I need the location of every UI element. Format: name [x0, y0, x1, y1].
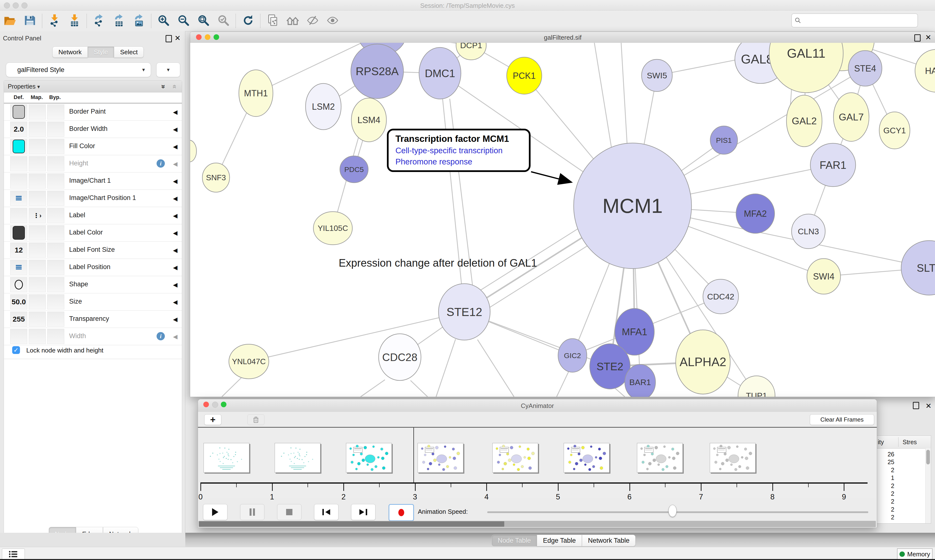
network-node-DMC1[interactable]: DMC1 — [419, 48, 461, 99]
property-byp-cell[interactable] — [47, 139, 64, 154]
expand-property-icon[interactable]: ◀ — [173, 282, 177, 288]
expand-property-icon[interactable]: ◀ — [173, 299, 177, 306]
speed-slider-track[interactable] — [487, 511, 868, 513]
network-node-GAL2[interactable]: GAL2 — [787, 95, 822, 147]
export-image-button[interactable] — [129, 12, 149, 29]
property-map-cell[interactable] — [29, 139, 46, 154]
property-map-cell[interactable] — [29, 260, 46, 275]
expand-property-icon[interactable]: ◀ — [173, 247, 177, 254]
properties-header[interactable]: Properties ▾ » » — [4, 80, 182, 92]
zoom-selected-button[interactable] — [213, 12, 233, 29]
table-cell-value[interactable]: 25 — [877, 458, 894, 466]
property-map-cell[interactable] — [29, 294, 46, 309]
table-tab-network-table[interactable]: Network Table — [582, 535, 636, 546]
tab-style[interactable]: Style — [88, 46, 114, 58]
frame-thumbnail-5[interactable] — [492, 443, 538, 473]
property-def-cell[interactable] — [10, 191, 27, 206]
network-node-STE12[interactable]: STE12 — [438, 284, 490, 340]
network-edge[interactable] — [615, 388, 625, 397]
table-tab-node-table[interactable]: Node Table — [492, 535, 537, 546]
network-node-MCM1[interactable]: MCM1 — [574, 143, 691, 269]
property-def-cell[interactable] — [10, 260, 27, 275]
expand-property-icon[interactable]: ◀ — [173, 212, 177, 219]
network-node-PDC5[interactable]: PDC5 — [340, 156, 368, 183]
property-byp-cell[interactable] — [47, 294, 64, 309]
control-panel-float-icon[interactable] — [165, 35, 172, 42]
network-edge[interactable] — [557, 371, 569, 397]
frame-thumbnail-6[interactable] — [564, 443, 609, 473]
property-def-cell[interactable]: 255 — [10, 312, 27, 327]
speed-slider-knob[interactable] — [668, 505, 677, 517]
property-def-cell[interactable]: 12 — [10, 243, 27, 258]
pause-button[interactable] — [240, 504, 264, 520]
network-edge[interactable] — [440, 73, 464, 312]
expand-property-icon[interactable]: ◀ — [173, 143, 177, 150]
expand-property-icon[interactable]: ◀ — [173, 230, 177, 237]
table-cell-value[interactable]: 2 — [877, 482, 894, 489]
home-pair-button[interactable] — [283, 12, 302, 29]
network-node-DCP1[interactable]: DCP1 — [456, 43, 486, 60]
network-canvas[interactable]: DCP1RPS28ADMC1PCK1MTH1LSM2LSM4SNF3PDC5YI… — [190, 43, 935, 397]
expand-property-icon[interactable]: ◀ — [173, 316, 177, 323]
property-byp-cell[interactable] — [47, 243, 64, 258]
network-node-RPS28A[interactable]: RPS28A — [351, 44, 403, 98]
network-node-STE4[interactable]: STE4 — [848, 51, 882, 86]
zoom-fit-button[interactable] — [194, 12, 213, 29]
property-byp-cell[interactable] — [47, 105, 64, 120]
stop-button[interactable] — [277, 504, 301, 520]
table-cell-value[interactable]: 1 — [877, 474, 894, 482]
network-node-PIS1[interactable]: PIS1 — [710, 126, 738, 154]
annotation-link-2[interactable]: Pheromone response — [395, 157, 529, 166]
export-network-button[interactable] — [89, 12, 109, 29]
property-byp-cell[interactable] — [47, 277, 64, 292]
info-icon[interactable]: i — [157, 332, 165, 340]
property-map-cell[interactable] — [29, 225, 46, 240]
network-node-PCK1[interactable]: PCK1 — [507, 57, 542, 94]
network-node-HAP2[interactable]: HAP2 — [915, 49, 935, 92]
network-edge[interactable] — [436, 339, 455, 397]
network-edge[interactable] — [410, 380, 427, 397]
frame-thumbnail-8[interactable] — [710, 443, 756, 473]
frame-thumbnail-2[interactable] — [275, 443, 321, 473]
zoom-out-button[interactable] — [174, 12, 194, 29]
table-cell-value[interactable]: 2 — [877, 514, 894, 521]
property-byp-cell[interactable] — [47, 191, 64, 206]
expand-property-icon[interactable]: ◀ — [173, 178, 177, 185]
control-panel-close-icon[interactable]: ✕ — [174, 35, 181, 42]
property-byp-cell[interactable] — [47, 156, 64, 171]
frame-thumbnail-3[interactable] — [346, 443, 392, 473]
network-node-leftSliver[interactable] — [190, 140, 196, 162]
table-panel-close-icon[interactable]: ✕ — [926, 402, 932, 410]
add-frame-button[interactable]: + — [204, 414, 221, 425]
record-button[interactable] — [389, 504, 414, 521]
property-byp-cell[interactable] — [47, 122, 64, 137]
network-edge[interactable] — [594, 43, 611, 148]
network-node-YNL047C[interactable]: YNL047C — [229, 344, 269, 379]
info-icon[interactable]: i — [157, 159, 165, 168]
tab-network[interactable]: Network — [52, 46, 88, 58]
annotation-link-1[interactable]: Cell-type-specific transcription — [395, 146, 529, 155]
open-session-button[interactable] — [263, 12, 283, 29]
network-node-GAL7[interactable]: GAL7 — [833, 93, 869, 142]
property-def-cell[interactable] — [10, 139, 27, 154]
network-node-LSM4[interactable]: LSM4 — [351, 98, 386, 142]
network-float-icon[interactable] — [914, 34, 921, 42]
property-byp-cell[interactable] — [47, 260, 64, 275]
property-def-cell[interactable] — [10, 156, 27, 171]
table-scrollbar[interactable] — [925, 448, 931, 523]
import-table-button[interactable] — [65, 12, 85, 29]
property-byp-cell[interactable] — [47, 208, 64, 223]
network-node-YIL105C[interactable]: YIL105C — [313, 212, 352, 245]
refresh-button[interactable] — [238, 12, 258, 29]
play-button[interactable] — [203, 504, 227, 520]
delete-frame-button[interactable] — [247, 414, 264, 425]
property-map-cell[interactable] — [29, 277, 46, 292]
expand-property-icon[interactable]: ◀ — [173, 126, 177, 133]
table-panel-float-icon[interactable] — [913, 402, 919, 410]
table-tab-edge-table[interactable]: Edge Table — [537, 535, 582, 546]
style-selector[interactable]: galFiltered Style ▾ — [6, 63, 151, 77]
skip-start-button[interactable] — [314, 504, 338, 520]
expand-property-icon[interactable]: ◀ — [173, 160, 177, 168]
network-node-MFA2[interactable]: MFA2 — [736, 194, 775, 233]
table-cell-value[interactable]: 2 — [877, 498, 894, 505]
